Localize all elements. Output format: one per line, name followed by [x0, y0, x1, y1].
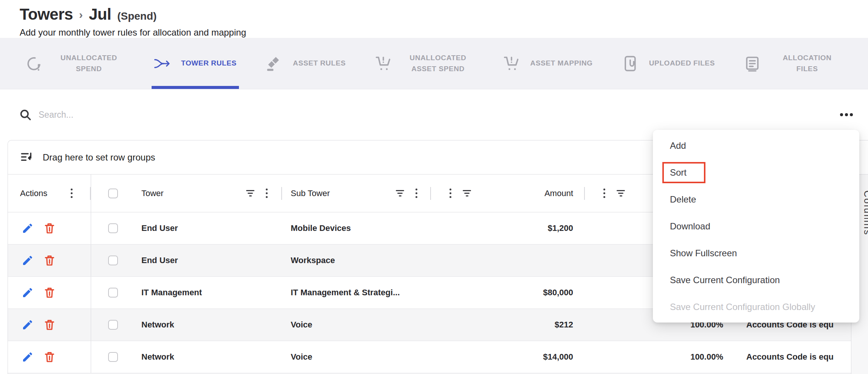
edit-row-button[interactable]: [22, 254, 34, 266]
row-checkbox[interactable]: [108, 288, 118, 298]
column-menu-icon[interactable]: [602, 187, 607, 199]
tab-unallocated-asset-spend[interactable]: Unallocated Asset Spend: [373, 38, 476, 89]
column-header-actions[interactable]: Actions: [8, 175, 91, 212]
cell-amount: $80,000: [431, 277, 585, 309]
select-all-checkbox[interactable]: [108, 189, 118, 198]
delete-row-button[interactable]: [43, 319, 56, 331]
table-row[interactable]: Network Voice $14,000 100.00% Accounts C…: [8, 341, 851, 373]
cart-alert-icon: [503, 55, 520, 72]
edit-row-button[interactable]: [22, 319, 34, 331]
tab-tower-rules[interactable]: Tower Rules: [152, 38, 239, 89]
row-checkbox[interactable]: [108, 320, 118, 330]
row-group-panel-text: Drag here to set row groups: [43, 152, 155, 163]
breadcrumb: Towers › Jul (Spend): [20, 5, 868, 23]
edit-row-button[interactable]: [22, 222, 34, 234]
cell-sub-tower: Mobile Devices: [282, 212, 431, 244]
edit-row-button[interactable]: [22, 287, 34, 299]
delete-row-button[interactable]: [43, 254, 56, 266]
search-icon: [19, 108, 32, 121]
column-label-amount: Amount: [544, 189, 573, 198]
column-label-sub-tower: Sub Tower: [291, 189, 330, 198]
filter-icon[interactable]: [461, 189, 473, 198]
cell-amount: $1,200: [431, 212, 585, 244]
column-menu-icon[interactable]: [264, 187, 269, 199]
cell-sub-tower: Workspace: [282, 245, 431, 276]
search-input[interactable]: [39, 110, 341, 120]
cell-sub-tower: Voice: [282, 309, 431, 341]
row-checkbox[interactable]: [108, 352, 118, 362]
breadcrumb-separator-icon: ›: [79, 8, 83, 21]
breadcrumb-month: Jul: [89, 5, 111, 23]
cell-sub-tower: Voice: [282, 341, 431, 373]
tab-asset-rules[interactable]: Asset Rules: [264, 38, 348, 89]
page-subtitle: Add your monthly tower rules for allocat…: [20, 27, 868, 38]
cell-tower: IT Management: [141, 288, 202, 298]
ellipsis-icon: [840, 113, 843, 116]
row-checkbox[interactable]: [108, 256, 118, 265]
menu-item-download[interactable]: Download: [653, 213, 859, 240]
document-lines-icon: [744, 55, 761, 72]
menu-item-save-current-configuration-globally: Save Current Configuration Globally: [653, 293, 859, 320]
menu-item-delete[interactable]: Delete: [653, 186, 859, 213]
page-header: Towers › Jul (Spend) Add your monthly to…: [0, 0, 868, 38]
merge-arrow-icon: [154, 55, 170, 72]
menu-item-save-current-configuration[interactable]: Save Current Configuration: [653, 266, 859, 293]
more-options-button[interactable]: [838, 109, 855, 120]
diagonal-steps-icon: [266, 55, 282, 72]
cell-amount: $212: [431, 309, 585, 341]
cell-tower: Network: [141, 352, 174, 362]
cell-sub-tower: IT Management & Strategi...: [282, 277, 431, 309]
more-options-menu: Add Sort Delete Download Show Fullscreen…: [653, 130, 859, 323]
row-groups-icon: [20, 151, 33, 164]
tab-asset-mapping[interactable]: Asset Mapping: [501, 38, 595, 89]
side-panel-tab-label[interactable]: Columns: [862, 190, 868, 236]
filter-icon[interactable]: [394, 189, 406, 198]
column-menu-icon[interactable]: [448, 187, 453, 199]
tab-bar: Unallocated Spend Tower Rules Asset Rule…: [0, 38, 868, 89]
menu-item-sort[interactable]: Sort: [653, 159, 859, 186]
column-header-amount[interactable]: Amount: [431, 175, 585, 212]
breadcrumb-towers: Towers: [20, 5, 73, 23]
column-label-actions: Actions: [20, 189, 47, 198]
column-resize-handle[interactable]: [90, 187, 91, 200]
delete-row-button[interactable]: [43, 222, 56, 234]
column-label-tower: Tower: [141, 189, 164, 198]
cell-amount: [431, 245, 585, 276]
row-checkbox[interactable]: [108, 223, 118, 233]
menu-item-show-fullscreen[interactable]: Show Fullscreen: [653, 240, 859, 266]
cell-rule: Accounts Code is equ: [735, 341, 851, 373]
cell-tower: Network: [141, 320, 174, 330]
sort-highlight-box: Sort: [662, 162, 705, 183]
filter-icon[interactable]: [615, 189, 626, 198]
pie-alert-icon: [26, 55, 42, 72]
tab-uploaded-files[interactable]: Uploaded Files: [620, 38, 717, 89]
column-menu-icon[interactable]: [414, 187, 419, 199]
menu-item-add[interactable]: Add: [653, 132, 859, 159]
cell-tower-pct: 100.00%: [585, 341, 735, 373]
column-menu-icon[interactable]: [69, 187, 74, 199]
file-paperclip-icon: [622, 55, 639, 72]
column-header-sub-tower[interactable]: Sub Tower: [282, 175, 431, 212]
cell-tower: End User: [141, 256, 178, 265]
breadcrumb-suffix: (Spend): [117, 10, 157, 22]
tab-unallocated-spend[interactable]: Unallocated Spend: [23, 38, 127, 89]
delete-row-button[interactable]: [43, 287, 56, 299]
tab-allocation-files[interactable]: Allocation Files: [742, 38, 845, 89]
filter-icon[interactable]: [245, 189, 256, 198]
cell-amount: $14,000: [431, 341, 585, 373]
delete-row-button[interactable]: [43, 351, 56, 363]
cell-tower: End User: [141, 223, 178, 233]
cart-alert-icon: [375, 55, 392, 72]
edit-row-button[interactable]: [22, 351, 34, 363]
column-header-tower[interactable]: Tower: [91, 175, 282, 212]
